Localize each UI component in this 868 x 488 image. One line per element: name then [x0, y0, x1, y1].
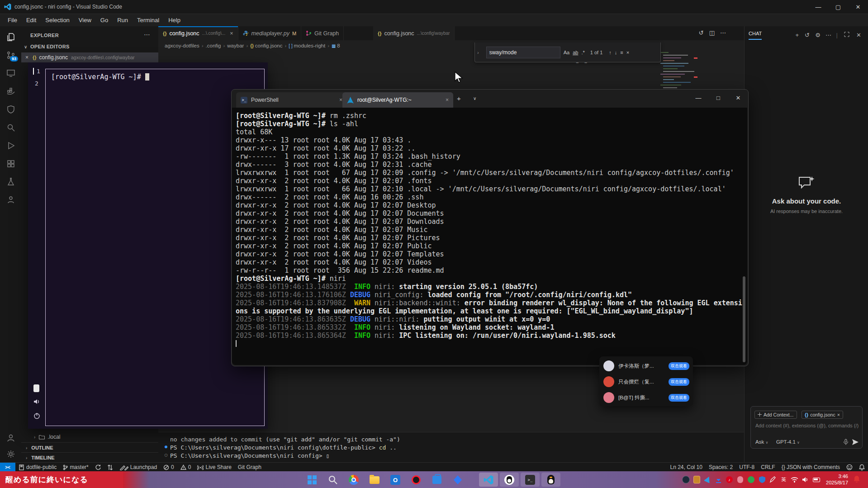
- status-item-crlf[interactable]: CRLF: [758, 464, 778, 470]
- close-icon[interactable]: ✕: [856, 32, 861, 38]
- chat-input-box[interactable]: Add Context... {}config.jsonc× Add conte…: [750, 406, 863, 449]
- bell-icon[interactable]: [856, 464, 868, 470]
- terminal-scrollbar[interactable]: [743, 276, 745, 362]
- menu-item-view[interactable]: View: [75, 15, 95, 25]
- terminal-tab-wsl[interactable]: root@SilverAg-WTG:~×: [342, 92, 453, 108]
- status-item--json-with-comments[interactable]: {} JSON with Comments: [778, 464, 843, 470]
- breadcrumb-item[interactable]: [ ] modules-right: [289, 43, 325, 48]
- status-item-ln-24-col-10[interactable]: Ln 24, Col 10: [667, 464, 706, 470]
- taskbar-app-windows-start[interactable]: [306, 474, 318, 486]
- status-item-utf-8[interactable]: UTF-8: [736, 464, 758, 470]
- taskbar-clock[interactable]: 3:46 2025/8/17: [821, 473, 848, 486]
- status-item-master-[interactable]: master*: [60, 464, 91, 470]
- extensions-icon[interactable]: [5, 157, 17, 170]
- menu-item-selection[interactable]: Selection: [41, 15, 73, 25]
- breadcrumb-item[interactable]: .config: [206, 43, 221, 48]
- expand-icon[interactable]: [844, 32, 849, 37]
- status-item-spaces-2[interactable]: Spaces: 2: [706, 464, 736, 470]
- menu-item-terminal[interactable]: Terminal: [133, 15, 163, 25]
- maximize-button[interactable]: ▢: [828, 0, 848, 14]
- tray-volume-icon[interactable]: [802, 476, 809, 483]
- tray-wifi-icon[interactable]: [791, 476, 798, 483]
- block-icon[interactable]: [33, 384, 39, 392]
- tray-pen-icon[interactable]: [769, 476, 777, 483]
- tab-config-jsonc[interactable]: {}config.jsonc...\config\waybar: [373, 26, 455, 40]
- run-debug-icon[interactable]: [5, 139, 17, 152]
- status-item-launchpad[interactable]: Launchpad: [116, 464, 160, 470]
- account-icon[interactable]: [5, 431, 17, 444]
- explorer-more-icon[interactable]: ⋯: [144, 31, 150, 38]
- minimize-button[interactable]: —: [808, 0, 828, 14]
- more-icon[interactable]: ⋯: [825, 32, 831, 38]
- feedback-icon[interactable]: [843, 464, 856, 470]
- whole-word-icon[interactable]: ab: [573, 50, 578, 55]
- breadcrumb-item[interactable]: ▦ 8: [332, 43, 340, 48]
- windows-terminal-window[interactable]: >_PowerShell×root@SilverAg-WTG:~× + ∨ — …: [231, 89, 749, 366]
- taskbar-app-outlook[interactable]: O: [389, 474, 401, 486]
- open-editors-header[interactable]: OPEN EDITORS: [30, 44, 70, 49]
- workspace-1[interactable]: 1: [33, 68, 40, 75]
- find-next-icon[interactable]: ↓: [615, 50, 617, 55]
- menu-item-file[interactable]: File: [4, 15, 21, 25]
- mic-icon[interactable]: [843, 439, 849, 445]
- status-item-live-share[interactable]: Live Share: [194, 464, 234, 470]
- taskbar-running-qq[interactable]: [500, 473, 519, 487]
- chat-model-dropdown[interactable]: GPT-4.1 ∨: [776, 439, 800, 445]
- status-item-git-graph[interactable]: Git Graph: [235, 464, 265, 470]
- workspace-2[interactable]: 2: [35, 80, 38, 87]
- remote-indicator[interactable]: ><: [0, 463, 15, 472]
- qq-chat-row[interactable]: 伊卡洛斯（梦...双击观看: [599, 358, 693, 374]
- taskbar-app-chrome[interactable]: [348, 474, 360, 486]
- taskbar-running-terminal[interactable]: >_: [521, 473, 540, 487]
- status-item-0[interactable]: 0: [177, 464, 194, 470]
- breadcrumb-item[interactable]: agxcoy-dotfiles: [165, 43, 199, 48]
- beaker-icon[interactable]: [5, 175, 17, 188]
- file-context-chip[interactable]: {}config.jsonc×: [802, 411, 843, 419]
- terminal-close-button[interactable]: ✕: [728, 90, 748, 106]
- terminal-tab-powershell[interactable]: >_PowerShell×: [236, 92, 347, 108]
- gear-icon[interactable]: ⚙: [815, 32, 821, 38]
- tab-mediaplayer-py[interactable]: mediaplayer.pyM: [238, 26, 301, 40]
- tray-defender-shield-icon[interactable]: [758, 476, 766, 483]
- new-chat-icon[interactable]: +: [795, 32, 799, 38]
- status-item-0[interactable]: 0: [160, 464, 177, 470]
- open-editor-item[interactable]: × {} config.jsonc agxcoy-dotfiles\.confi…: [21, 52, 158, 62]
- status-item-compare[interactable]: [104, 464, 116, 470]
- vscode-panel-terminal[interactable]: no changes added to commit (use "git add…: [158, 432, 744, 463]
- taskbar-app-ms-store[interactable]: [431, 474, 443, 486]
- taskbar-running-linux-tux[interactable]: [541, 473, 560, 487]
- tab-dropdown-icon[interactable]: ∨: [473, 96, 476, 101]
- close-icon[interactable]: ×: [339, 97, 342, 103]
- menu-item-run[interactable]: Run: [113, 15, 132, 25]
- send-icon[interactable]: [852, 439, 859, 445]
- chat-mode-dropdown[interactable]: Ask ∨: [755, 439, 768, 445]
- chat-input-placeholder[interactable]: Add context (#), extensions (@), command…: [755, 423, 862, 428]
- breadcrumb-item[interactable]: {} config.jsonc: [250, 43, 282, 48]
- chat-history-icon[interactable]: ↺: [805, 32, 810, 38]
- status-item-sync[interactable]: [92, 464, 104, 470]
- menu-item-help[interactable]: Help: [164, 15, 185, 25]
- live-share-icon[interactable]: [5, 194, 17, 206]
- qq-chat-popup[interactable]: 伊卡洛斯（梦...双击观看只会摆烂（复...双击观看[B@T] 抖撕...双击观…: [599, 356, 693, 406]
- taskbar-app-opera[interactable]: [410, 474, 422, 486]
- taskbar-app-search[interactable]: [327, 474, 339, 486]
- outline-section[interactable]: › OUTLINE: [21, 442, 158, 453]
- find-prev-icon[interactable]: ↑: [609, 50, 612, 55]
- docker-icon[interactable]: [5, 85, 17, 97]
- tray-penguin-icon[interactable]: [736, 476, 744, 483]
- find-input[interactable]: sway/mode: [486, 47, 560, 58]
- tray-battery-icon[interactable]: [812, 476, 820, 483]
- shield-icon[interactable]: [5, 103, 17, 115]
- tree-item-local[interactable]: › .local: [21, 432, 158, 442]
- regex-icon[interactable]: .*: [581, 50, 584, 55]
- split-editor-icon[interactable]: ◫: [709, 29, 715, 36]
- terminal-maximize-button[interactable]: □: [708, 90, 728, 106]
- tray-steam-icon[interactable]: [682, 476, 690, 483]
- taskbar-running-vscode[interactable]: [479, 473, 498, 487]
- tray-netease-music-icon[interactable]: ♪: [726, 476, 733, 483]
- history-icon[interactable]: ↺: [699, 29, 704, 36]
- timeline-section[interactable]: › TIMELINE: [21, 452, 158, 463]
- search-icon[interactable]: [5, 121, 17, 133]
- find-in-selection-icon[interactable]: ≡: [620, 50, 623, 55]
- volume-icon[interactable]: [33, 398, 41, 405]
